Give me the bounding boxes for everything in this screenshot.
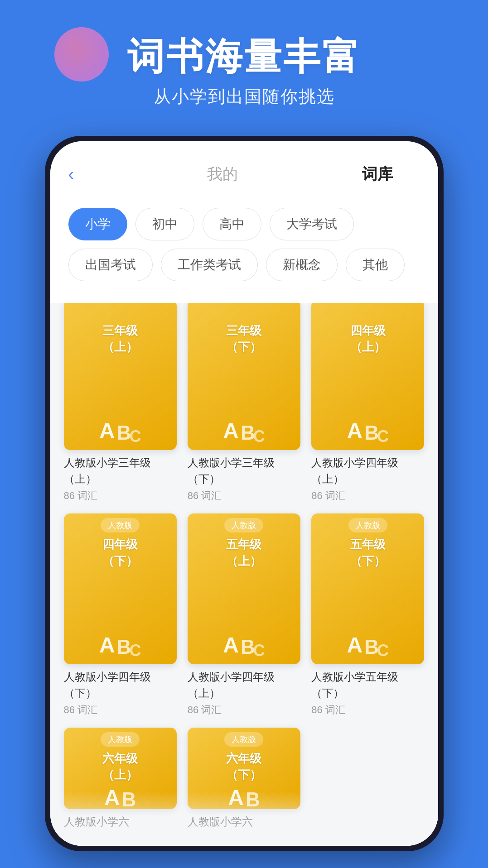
back-button[interactable]: ‹ (68, 165, 74, 184)
book-badge-label: 人教版 (101, 518, 140, 532)
book-cover: 人教版 四年级（下） A B C (64, 513, 177, 664)
book-abc-decoration: A B C (223, 420, 265, 442)
book-title-label: 人教版小学六 (188, 814, 300, 830)
filter-senior[interactable]: 高中 (203, 208, 261, 240)
book-cover: 人教版 六年级（上） A B (64, 728, 177, 809)
book-grade-label: 三年级（下） (226, 322, 261, 355)
book-word-count: 86 词汇 (188, 703, 300, 717)
book-abc-decoration: A B C (223, 634, 265, 656)
book-abc-decoration: A B (228, 787, 260, 809)
book-title-label: 人教版小学六 (64, 814, 177, 830)
book-abc-decoration: A B C (347, 634, 389, 656)
book-badge-label: 人教版 (224, 518, 263, 532)
book-badge-label: 人教版 (224, 732, 263, 747)
book-item[interactable]: 四年级（上） A B C 人教版小学四年级（上） 86 词汇 (311, 300, 424, 503)
filter-primary[interactable]: 小学 (68, 208, 127, 240)
book-grid: 三年级（上） A B C 人教版小学三年级（上） 86 词汇 三年级（下） (64, 300, 425, 830)
book-word-count: 86 词汇 (64, 489, 177, 503)
nav-mine-tab[interactable]: 我的 (83, 164, 362, 185)
book-title-label: 人教版小学四年级（上） (188, 669, 300, 701)
book-list-area: 三年级（上） A B C 人教版小学三年级（上） 86 词汇 三年级（下） (50, 286, 438, 846)
book-badge-label: 人教版 (348, 518, 387, 532)
filter-row-2: 出国考试 工作类考试 新概念 其他 (68, 249, 420, 281)
book-grade-label: 三年级（上） (102, 322, 138, 355)
book-grade-label: 六年级（下） (226, 750, 261, 783)
filter-work[interactable]: 工作类考试 (161, 249, 258, 281)
book-badge-label: 人教版 (101, 732, 140, 747)
book-cover: 人教版 五年级（上） A B C (188, 513, 300, 664)
book-item[interactable]: 人教版 五年级（下） A B C 人教版小学五年级（下） 86 词汇 (311, 513, 424, 716)
phone-screen: ‹ 我的 词库 小学 初中 高中 大学考试 出国考试 工作类考试 新概念 其他 (50, 141, 438, 846)
book-abc-decoration: A B C (99, 634, 141, 656)
book-item[interactable]: 人教版 六年级（上） A B 人教版小学六 (64, 728, 177, 830)
top-panel: ‹ 我的 词库 小学 初中 高中 大学考试 出国考试 工作类考试 新概念 其他 (50, 141, 438, 303)
filter-abroad[interactable]: 出国考试 (68, 249, 153, 281)
book-title-label: 人教版小学三年级（下） (188, 455, 300, 487)
phone-frame: ‹ 我的 词库 小学 初中 高中 大学考试 出国考试 工作类考试 新概念 其他 (45, 136, 444, 851)
book-item[interactable]: 人教版 六年级（下） A B 人教版小学六 (188, 728, 300, 830)
book-cover: 人教版 五年级（下） A B C (311, 513, 424, 664)
book-title-label: 人教版小学四年级（下） (64, 669, 177, 701)
main-title: 词书海量丰富 (0, 36, 488, 77)
book-grade-label: 五年级（下） (350, 536, 386, 569)
book-word-count: 86 词汇 (64, 703, 177, 717)
book-grade-label: 四年级（上） (350, 322, 386, 355)
book-word-count: 86 词汇 (311, 489, 424, 503)
book-cover: 四年级（上） A B C (311, 300, 424, 450)
book-cover: 三年级（上） A B C (64, 300, 177, 450)
header-section: 词书海量丰富 从小学到出国随你挑选 (0, 36, 488, 108)
book-abc-decoration: A B (104, 787, 136, 809)
nav-bar: ‹ 我的 词库 (68, 164, 420, 194)
book-title-label: 人教版小学四年级（上） (311, 455, 424, 487)
book-grade-label: 六年级（上） (102, 750, 138, 783)
book-abc-decoration: A B C (347, 420, 389, 442)
book-item[interactable]: 人教版 四年级（下） A B C 人教版小学四年级（下） 86 词汇 (64, 513, 177, 716)
book-word-count: 86 词汇 (188, 489, 300, 503)
book-cover: 人教版 六年级（下） A B (188, 728, 300, 809)
book-title-label: 人教版小学三年级（上） (64, 455, 177, 487)
book-grade-label: 五年级（上） (226, 536, 261, 569)
nav-vocab-tab[interactable]: 词库 (362, 164, 393, 185)
filter-other[interactable]: 其他 (346, 249, 405, 281)
filter-college[interactable]: 大学考试 (270, 208, 354, 240)
filter-new-concept[interactable]: 新概念 (266, 249, 338, 281)
book-grade-label: 四年级（下） (102, 536, 138, 569)
main-subtitle: 从小学到出国随你挑选 (0, 85, 488, 108)
filter-junior[interactable]: 初中 (135, 208, 194, 240)
book-word-count: 86 词汇 (311, 703, 424, 717)
book-item[interactable]: 人教版 五年级（上） A B C 人教版小学四年级（上） 86 词汇 (188, 513, 300, 716)
filter-row-1: 小学 初中 高中 大学考试 (68, 208, 420, 240)
book-title-label: 人教版小学五年级（下） (311, 669, 424, 701)
book-item[interactable]: 三年级（上） A B C 人教版小学三年级（上） 86 词汇 (64, 300, 177, 503)
book-cover: 三年级（下） A B C (188, 300, 300, 450)
book-item[interactable]: 三年级（下） A B C 人教版小学三年级（下） 86 词汇 (188, 300, 300, 503)
book-abc-decoration: A B C (99, 420, 141, 442)
